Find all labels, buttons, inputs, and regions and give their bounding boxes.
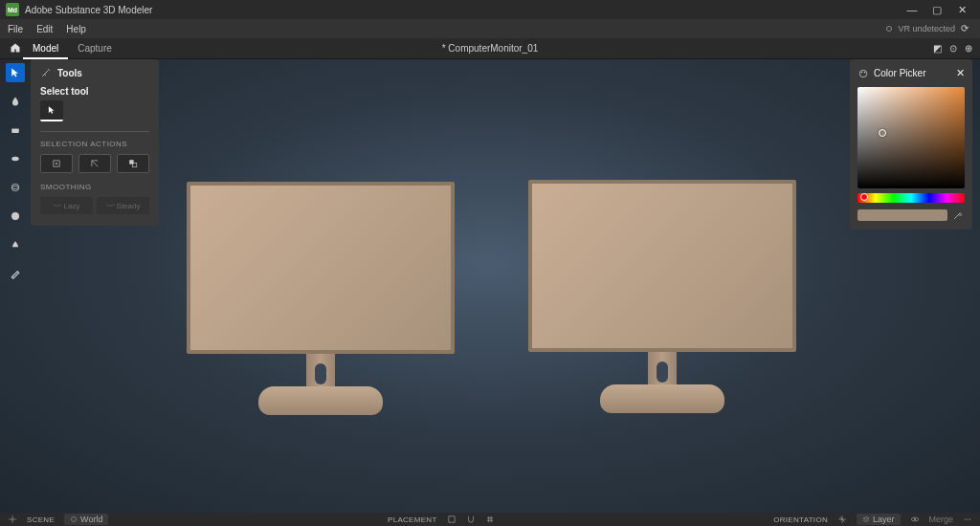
color-cursor[interactable]: [879, 129, 886, 137]
world-selector[interactable]: World: [64, 514, 108, 525]
menu-file[interactable]: File: [8, 24, 23, 34]
menu-bar: File Edit Help VR undetected ⟳: [0, 19, 980, 38]
svg-point-16: [969, 518, 970, 519]
vr-status-label: VR undetected: [898, 24, 955, 33]
eyedropper-icon: [952, 209, 964, 221]
tool-clay[interactable]: [6, 92, 25, 111]
gizmo-icon[interactable]: [8, 515, 17, 524]
document-title: * ComputerMonitor_01: [442, 43, 539, 54]
tool-paint[interactable]: [6, 264, 25, 283]
magnet-icon[interactable]: [466, 515, 476, 524]
color-picker-close-button[interactable]: ✕: [956, 67, 965, 79]
smoothing-label: SMOOTHING: [40, 183, 149, 191]
current-color-swatch: [858, 209, 947, 221]
eraser-icon: [10, 124, 21, 136]
vr-status-icon: [886, 26, 892, 32]
cursor-icon: [10, 67, 21, 78]
svg-point-15: [967, 518, 968, 519]
tool-smooth[interactable]: [6, 149, 25, 168]
paint-icon: [10, 268, 21, 279]
action-group[interactable]: [40, 154, 73, 173]
home-icon: [10, 42, 21, 54]
action-invert[interactable]: [117, 154, 149, 173]
close-button[interactable]: ✕: [949, 4, 974, 16]
color-picker-title: Color Picker: [874, 68, 925, 78]
scene-label: SCENE: [27, 515, 55, 524]
cursor-icon: [47, 105, 56, 115]
share-icon[interactable]: ◩: [933, 43, 942, 54]
tools-icon: [40, 67, 52, 78]
mode-toolbar: Model Capture * ComputerMonitor_01 ◩ ⊙ ⊕: [0, 38, 980, 59]
app-logo-icon: Md: [6, 3, 19, 16]
group-icon: [52, 159, 61, 168]
hue-slider[interactable]: [858, 193, 965, 203]
settings-icon[interactable]: ⊕: [965, 43, 972, 54]
snap-icon[interactable]: [447, 515, 457, 524]
tools-panel: Tools Select tool SELECTION ACTIONS SMOO…: [31, 59, 159, 226]
svg-rect-0: [11, 129, 19, 134]
smooth-icon: [10, 153, 21, 164]
select-tool-button[interactable]: [40, 100, 63, 121]
color-gradient-field[interactable]: [858, 87, 965, 188]
tool-select[interactable]: [6, 63, 25, 82]
svg-point-13: [914, 518, 916, 520]
visibility-icon[interactable]: [910, 515, 920, 524]
menu-help[interactable]: Help: [66, 24, 86, 34]
menu-edit[interactable]: Edit: [36, 24, 53, 34]
palette-icon: [858, 68, 869, 79]
tool-sphere[interactable]: [6, 178, 25, 197]
svg-point-8: [861, 71, 863, 73]
smoothing-lazy-button: 〰Lazy: [40, 197, 93, 214]
axis-icon[interactable]: [837, 515, 847, 524]
title-bar: Md Adobe Substance 3D Modeler — ▢ ✕: [0, 0, 980, 19]
layers-icon: [862, 515, 870, 523]
select-tool-label: Select tool: [40, 86, 149, 97]
smoothing-steady-button: 〰Steady: [97, 197, 149, 214]
refresh-icon[interactable]: ⟳: [961, 23, 972, 34]
svg-rect-5: [129, 160, 133, 164]
tools-panel-title: Tools: [57, 68, 82, 78]
merge-label[interactable]: Merge: [929, 515, 954, 524]
svg-point-14: [965, 518, 966, 519]
invert-icon: [128, 159, 138, 168]
droplet-icon: [10, 96, 21, 107]
model-monitor-left: [187, 182, 455, 440]
tab-model[interactable]: Model: [23, 38, 68, 59]
tool-crease[interactable]: [6, 235, 25, 254]
svg-rect-11: [448, 516, 454, 522]
grid-icon[interactable]: [485, 515, 495, 524]
svg-point-1: [11, 157, 19, 162]
maximize-button[interactable]: ▢: [924, 4, 949, 16]
placement-label: PLACEMENT: [388, 515, 437, 524]
layer-selector[interactable]: Layer: [857, 514, 901, 525]
eyedropper-button[interactable]: [951, 208, 965, 222]
svg-point-7: [859, 70, 867, 77]
status-bar: SCENE World PLACEMENT ORIENTATION Layer …: [0, 513, 980, 526]
minimize-button[interactable]: —: [900, 4, 924, 15]
color-picker-panel: Color Picker ✕: [850, 59, 972, 230]
orientation-label: ORIENTATION: [773, 515, 828, 524]
home-button[interactable]: [8, 42, 23, 55]
left-tool-strip: [6, 63, 27, 283]
model-monitor-right: [528, 180, 796, 438]
app-title: Adobe Substance 3D Modeler: [25, 5, 152, 15]
help-icon[interactable]: ⊙: [949, 43, 957, 54]
action-deselect[interactable]: [78, 154, 111, 173]
sphere-icon: [10, 182, 21, 193]
svg-point-9: [864, 71, 866, 73]
selection-actions-label: SELECTION ACTIONS: [40, 140, 149, 148]
svg-point-3: [11, 186, 19, 189]
deselect-icon: [90, 159, 100, 168]
tool-warp[interactable]: [6, 207, 25, 226]
crease-icon: [10, 239, 21, 251]
tool-erase[interactable]: [6, 121, 25, 140]
svg-point-10: [72, 517, 77, 522]
tab-capture[interactable]: Capture: [68, 43, 122, 54]
svg-point-2: [11, 184, 19, 191]
more-icon[interactable]: [963, 515, 972, 524]
warp-icon: [10, 210, 21, 222]
hue-cursor[interactable]: [860, 193, 868, 201]
globe-icon: [70, 515, 78, 523]
